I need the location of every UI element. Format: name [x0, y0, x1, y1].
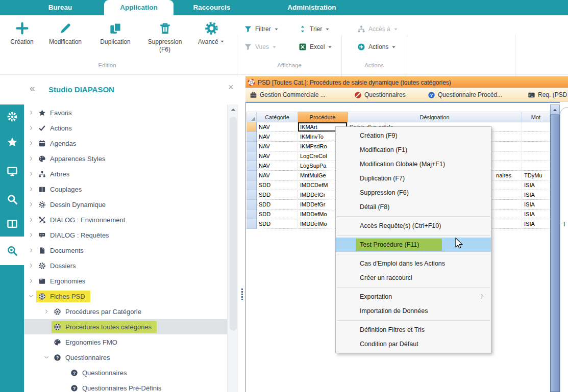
row-selector-cell[interactable] [246, 171, 257, 180]
excel-button[interactable]: Excel [299, 41, 332, 53]
tree-item-apparences-styles[interactable]: Apparences Styles [29, 151, 105, 166]
column-header-designation[interactable]: Désignation [348, 112, 522, 122]
grid-scrollbar-thumb[interactable] [550, 115, 560, 392]
cell-categorie[interactable]: NAV [257, 151, 298, 161]
chevron-down-icon[interactable] [44, 355, 49, 360]
cell-mot[interactable]: ISIA [522, 180, 550, 190]
chevron-right-icon[interactable] [29, 156, 34, 161]
row-selector-cell[interactable] [246, 161, 257, 171]
menu-item-test-proc-dure-f11-[interactable]: Test Procédure (F11) [336, 238, 491, 252]
rail-item-flower[interactable] [0, 104, 24, 129]
grid-corner-cell[interactable] [246, 112, 257, 122]
sidebar-close-button[interactable]: × [228, 82, 234, 93]
tree-item-proc-dures-toutes-cat-gories[interactable]: Procédures toutes catégories [44, 319, 157, 334]
rail-item-star[interactable] [0, 129, 24, 155]
tree-item-dossiers[interactable]: Dossiers [29, 258, 76, 273]
suppression-button[interactable]: Suppression(F6) [141, 19, 189, 53]
cell-categorie[interactable]: SDD [257, 180, 298, 190]
menu-item-modification-globale-maj-f1-[interactable]: Modification Globale (Maj+F1) [336, 157, 491, 171]
avancé-button[interactable]: Avancé [192, 19, 231, 45]
tree-item-couplages[interactable]: Couplages [29, 181, 82, 197]
menu-item-exportation[interactable]: Exportation [336, 290, 491, 304]
tree-item-dessin-dynamique[interactable]: Dessin Dynamique [29, 197, 106, 212]
tree-item-actions[interactable]: Actions [29, 120, 72, 136]
menu-item-duplication-f7-[interactable]: Duplication (F7) [336, 171, 491, 186]
tab-bureau[interactable]: Bureau [30, 0, 91, 15]
rail-item-search[interactable] [0, 187, 24, 212]
menu-item-modification-f1-[interactable]: Modification (F1) [336, 143, 491, 157]
cell-mot[interactable] [522, 151, 550, 161]
sidebar-scrollbar[interactable] [227, 104, 238, 392]
tree-item-ergonomies[interactable]: Ergonomies [29, 273, 85, 289]
tree-item-questionnaires[interactable]: ?Questionnaires [44, 350, 110, 365]
trier-button[interactable]: Trier [299, 23, 330, 35]
duplication-button[interactable]: Duplication [93, 19, 138, 45]
menu-item-d-tail-f8-[interactable]: Détail (F8) [336, 200, 491, 214]
panel-link-3[interactable]: Req. (PSD [528, 88, 567, 102]
cell-mot[interactable]: ISIA [522, 219, 550, 229]
menu-item-condition-par-d-faut[interactable]: Condition par Défaut [336, 337, 491, 351]
menu-item-cas-d-emploi-dans-les-actions[interactable]: Cas d'Emploi dans les Actions [336, 256, 491, 271]
menu-item-acc-s-requ-te-s-ctrl-f10-[interactable]: Accès Requête(s) (Ctrl+F10) [336, 219, 491, 233]
cell-categorie[interactable]: NAV [257, 161, 298, 171]
cell-categorie[interactable]: SDD [257, 219, 298, 229]
rail-item-monitor[interactable] [0, 159, 24, 184]
menu-item-cr-er-un-raccourci[interactable]: Créer un raccourci [336, 271, 491, 285]
tree-item-questionnaires[interactable]: ?Questionnaires [70, 365, 127, 380]
modification-button[interactable]: Modification [41, 19, 90, 45]
chevron-right-icon[interactable] [29, 202, 34, 207]
cell-mot[interactable]: TDyMu [522, 171, 550, 180]
sidebar-scrollbar-thumb[interactable] [230, 117, 237, 331]
panel-link-2[interactable]: ?Questionnaire Procéd... [428, 88, 502, 102]
row-selector-cell[interactable] [246, 210, 257, 219]
row-selector-cell[interactable] [246, 122, 257, 132]
tab-application[interactable]: Application [104, 0, 174, 15]
row-selector-cell[interactable] [246, 200, 257, 210]
collapsed-side-tab[interactable]: T [560, 107, 568, 392]
tab-raccourcis[interactable]: Raccourcis [177, 0, 247, 15]
row-selector-cell[interactable] [246, 151, 257, 161]
tree-item-proc-dures-par-cat-gorie[interactable]: Procédures par Catégorie [44, 304, 141, 319]
row-selector-cell[interactable] [246, 190, 257, 200]
cell-categorie[interactable]: NAV [257, 122, 298, 132]
menu-item-cr-ation-f9-[interactable]: Création (F9) [336, 128, 491, 143]
chevron-right-icon[interactable] [29, 125, 34, 130]
chevron-right-icon[interactable] [29, 141, 34, 146]
cell-mot[interactable] [522, 132, 550, 142]
chevron-right-icon[interactable] [29, 248, 34, 253]
panel-link-1[interactable]: Questionnaires [354, 88, 406, 102]
menu-item-suppression-f6-[interactable]: Suppression (F6) [336, 186, 491, 200]
chevron-right-icon[interactable] [29, 110, 34, 115]
chevron-right-icon[interactable] [29, 278, 34, 283]
chevron-right-icon[interactable] [29, 232, 34, 238]
rail-item-split[interactable] [0, 211, 24, 237]
cell-mot[interactable] [522, 161, 550, 171]
tree-item-favoris[interactable]: Favoris [29, 105, 72, 120]
rail-item-pin-search[interactable] [0, 237, 24, 265]
tree-item-questionnaires-pr-d-finis[interactable]: ?Questionnaires Pré-Définis [70, 380, 161, 392]
column-header-mot[interactable]: Mot [522, 112, 550, 122]
sidebar-collapse-button[interactable]: « [30, 83, 35, 94]
tree-item-fiches-psd[interactable]: Fiches PSD [29, 289, 90, 304]
cell-categorie[interactable]: NAV [257, 132, 298, 142]
chevron-right-icon[interactable] [44, 309, 49, 314]
tab-administration[interactable]: Administration [265, 0, 358, 15]
panel-splitter[interactable] [238, 76, 245, 392]
row-selector-cell[interactable] [246, 180, 257, 190]
tree-item-ergonomies-fmo[interactable]: Ergonomies FMO [44, 334, 117, 350]
panel-link-0[interactable]: Gestion Commerciale ... [250, 88, 326, 102]
cell-mot[interactable]: ISIA [522, 190, 550, 200]
column-header-categorie[interactable]: Catégorie [257, 112, 298, 122]
scrollbar-up-button[interactable] [550, 104, 560, 115]
cell-mot[interactable]: ISIA [522, 200, 550, 210]
cell-categorie[interactable]: NAV [257, 142, 298, 151]
chevron-right-icon[interactable] [29, 217, 34, 222]
row-selector-cell[interactable] [246, 132, 257, 142]
filtrer-button[interactable]: Filtrer [244, 23, 279, 35]
chevron-down-icon[interactable] [29, 294, 34, 299]
row-selector-cell[interactable] [246, 142, 257, 151]
tree-item-dialog-requ-tes[interactable]: DIALOG : Requêtes [29, 227, 109, 243]
création-button[interactable]: Création [6, 19, 38, 45]
tree-item-documents[interactable]: Documents [29, 243, 84, 258]
tree-item-arbres[interactable]: Arbres [29, 166, 69, 181]
